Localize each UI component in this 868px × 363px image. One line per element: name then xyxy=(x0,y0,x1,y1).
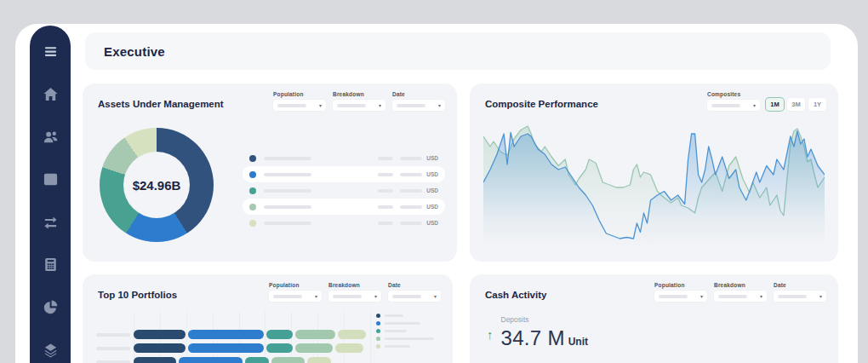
cash-filters: Population▾Breakdown▾Date▾ xyxy=(654,282,826,302)
legend-dot xyxy=(376,337,380,341)
aum-filters: Population▾Breakdown▾Date▾ xyxy=(273,91,445,111)
breakdown-select[interactable]: ▾ xyxy=(714,291,767,302)
legend-label-placeholder xyxy=(385,322,420,325)
series-name-placeholder xyxy=(264,189,311,193)
gridline xyxy=(370,312,371,363)
home-icon[interactable] xyxy=(42,85,59,102)
legend-label-placeholder xyxy=(385,330,407,332)
chevron-down-icon: ▾ xyxy=(434,294,437,299)
layers-icon[interactable] xyxy=(42,341,59,358)
bar-segment xyxy=(295,330,335,339)
arrow-up-icon: ↑ xyxy=(487,327,494,342)
filter-date: Date▾ xyxy=(388,282,441,302)
bar-segment xyxy=(266,330,293,339)
sidebar xyxy=(30,26,71,363)
composite-line-chart[interactable] xyxy=(483,121,825,252)
select-placeholder xyxy=(397,104,425,107)
series-dot xyxy=(249,220,256,227)
aum-donut-chart[interactable]: $24.96B xyxy=(100,128,214,242)
value-placeholder xyxy=(400,189,422,193)
bar-segment xyxy=(188,343,264,353)
series-dot xyxy=(249,187,256,194)
composites-select[interactable]: ▾ xyxy=(707,100,760,111)
filter-date: Date▾ xyxy=(774,282,826,302)
bar-segment xyxy=(179,357,243,363)
pie-chart-icon[interactable] xyxy=(42,298,59,315)
aum-legend-row[interactable]: USD xyxy=(243,215,445,231)
breakdown-select[interactable]: ▾ xyxy=(333,100,385,111)
aum-legend-row[interactable]: USD xyxy=(243,166,445,182)
row-label-placeholder xyxy=(96,333,130,337)
aum-donut-hole: $24.96B xyxy=(123,152,190,218)
filter-breakdown: Breakdown▾ xyxy=(714,282,767,302)
legend-dot xyxy=(376,344,380,349)
chevron-down-icon: ▾ xyxy=(379,103,381,108)
series-name-placeholder xyxy=(264,173,311,176)
chevron-down-icon: ▾ xyxy=(319,103,322,108)
range-button-3m[interactable]: 3M xyxy=(787,98,805,111)
transfers-icon[interactable] xyxy=(42,213,59,230)
chevron-down-icon: ▾ xyxy=(760,294,762,299)
select-placeholder xyxy=(333,295,362,298)
portfolio-bar-row[interactable] xyxy=(96,330,366,339)
aum-total-value: $24.96B xyxy=(133,178,181,193)
cash-card-title: Cash Activity xyxy=(485,290,546,300)
legend-dot xyxy=(376,314,380,318)
aum-legend-row[interactable]: USD xyxy=(243,182,445,199)
portfolios-card-title: Top 10 Portfolios xyxy=(98,290,177,300)
population-select[interactable]: ▾ xyxy=(273,100,326,111)
filter-label: Breakdown xyxy=(333,91,385,97)
series-name-placeholder xyxy=(264,222,311,225)
bar-segment xyxy=(188,330,264,339)
value-placeholder xyxy=(400,205,422,209)
series-dot xyxy=(249,171,256,178)
value-placeholder xyxy=(378,189,393,193)
portfolios-bar-chart[interactable] xyxy=(83,312,453,363)
chart-frame-icon[interactable] xyxy=(42,170,59,187)
bar-segment xyxy=(134,357,176,363)
range-button-1m[interactable]: 1M xyxy=(766,98,784,111)
date-select[interactable]: ▾ xyxy=(774,291,826,302)
composite-performance-card: Composite Performance Composites ▾ 1M3M1… xyxy=(470,84,838,262)
page-header: Executive xyxy=(85,32,831,70)
bar-segment xyxy=(307,357,331,363)
currency-label: USD xyxy=(426,155,438,161)
series-name-placeholder xyxy=(264,157,311,160)
users-icon[interactable] xyxy=(42,128,59,145)
deposits-label: Deposits xyxy=(501,315,589,324)
legend-item xyxy=(376,327,434,335)
value-placeholder xyxy=(400,173,422,176)
select-placeholder xyxy=(277,104,306,107)
filter-label: Population xyxy=(273,91,326,97)
aum-legend-row[interactable]: USD xyxy=(243,150,445,166)
filter-population: Population▾ xyxy=(654,282,707,302)
value-placeholder xyxy=(400,222,422,225)
calculator-icon[interactable] xyxy=(42,256,59,273)
select-placeholder xyxy=(711,104,740,107)
date-select[interactable]: ▾ xyxy=(392,100,445,111)
value-placeholder xyxy=(378,173,393,176)
aum-card-title: Assets Under Management xyxy=(98,99,224,109)
select-placeholder xyxy=(659,295,688,298)
range-button-group: 1M3M1Y xyxy=(766,98,826,111)
portfolio-bar-row[interactable] xyxy=(96,357,331,363)
range-button-1y[interactable]: 1Y xyxy=(808,98,826,111)
filter-label: Date xyxy=(388,282,441,288)
composites-filter-label: Composites xyxy=(707,91,760,97)
breakdown-select[interactable]: ▾ xyxy=(328,291,381,302)
legend-item xyxy=(376,312,434,320)
portfolio-bar-row[interactable] xyxy=(96,343,363,353)
date-select[interactable]: ▾ xyxy=(388,291,441,302)
population-select[interactable]: ▾ xyxy=(269,291,322,302)
select-placeholder xyxy=(392,295,421,298)
aum-legend-row[interactable]: USD xyxy=(243,199,445,215)
bar-segment xyxy=(266,343,293,353)
value-placeholder xyxy=(378,205,393,209)
select-placeholder xyxy=(718,295,747,298)
legend-dot xyxy=(376,321,380,326)
series-dot xyxy=(249,204,256,210)
filter-date: Date▾ xyxy=(392,91,445,111)
population-select[interactable]: ▾ xyxy=(654,291,707,302)
bar-segment xyxy=(134,330,186,339)
menu-icon[interactable] xyxy=(42,43,59,60)
